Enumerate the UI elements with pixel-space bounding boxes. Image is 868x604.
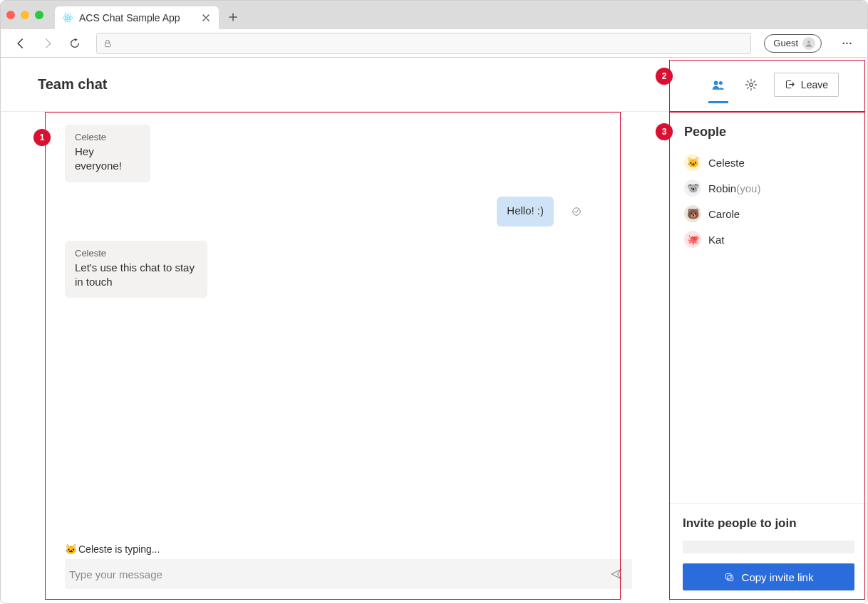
svg-point-0 xyxy=(67,17,69,19)
message-bubble-outgoing: Hello! :) xyxy=(497,197,554,226)
person-row[interactable]: 🐙Kat xyxy=(683,226,854,252)
refresh-button[interactable] xyxy=(66,35,83,52)
message-text: Hello! :) xyxy=(507,204,544,218)
sidebar-body: People 🐱Celeste🐨Robin(you)🐻Carole🐙Kat xyxy=(670,112,867,503)
you-suffix: (you) xyxy=(736,182,760,194)
settings-tab-button[interactable] xyxy=(741,72,761,98)
lock-icon xyxy=(103,38,113,48)
person-avatar-icon: 🐱 xyxy=(684,154,701,171)
typing-indicator: 🐱 Celeste is typing... xyxy=(65,543,632,555)
people-tab-button[interactable] xyxy=(708,72,728,98)
message-text: Hey everyone! xyxy=(75,145,140,174)
person-name: Carole xyxy=(708,208,740,220)
copy-invite-link-label: Copy invite link xyxy=(742,571,814,583)
profile-button[interactable]: Guest xyxy=(764,34,822,53)
url-field[interactable] xyxy=(96,33,751,54)
person-row[interactable]: 🐻Carole xyxy=(683,201,854,226)
people-sidebar: People 🐱Celeste🐨Robin(you)🐻Carole🐙Kat In… xyxy=(669,112,867,603)
message-row: Hello! :) xyxy=(65,197,632,226)
people-list: 🐱Celeste🐨Robin(you)🐻Carole🐙Kat xyxy=(683,150,854,252)
message-input[interactable] xyxy=(69,568,608,580)
app-header: Team chat Leave xyxy=(1,58,867,112)
tab-close-icon[interactable] xyxy=(200,12,212,24)
callout-1: 1 xyxy=(33,129,51,146)
react-favicon-icon xyxy=(62,12,73,24)
address-bar: Guest ··· xyxy=(1,29,867,58)
main-content: 🐱 Celeste Hey everyone! Hello! :) xyxy=(1,112,867,603)
callout-2: 2 xyxy=(656,68,673,85)
svg-point-8 xyxy=(750,83,753,86)
message-row: 🐱 Celeste Let's use this chat to stay in… xyxy=(65,241,632,298)
new-tab-button[interactable] xyxy=(223,7,243,27)
message-bubble-incoming: Celeste Let's use this chat to stay in t… xyxy=(65,241,207,298)
tab-title: ACS Chat Sample App xyxy=(79,12,195,24)
window-minimize-icon[interactable] xyxy=(21,11,29,19)
svg-rect-11 xyxy=(725,573,731,579)
svg-rect-10 xyxy=(728,576,733,581)
message-bubble-incoming: Celeste Hey everyone! xyxy=(65,125,150,182)
forward-button[interactable] xyxy=(39,35,56,52)
svg-point-9 xyxy=(573,207,581,215)
window-controls xyxy=(6,11,43,19)
person-name: Kat xyxy=(708,234,725,246)
app-root: 1 2 3 Team chat Leave xyxy=(1,58,867,603)
more-menu-button[interactable]: ··· xyxy=(839,35,856,52)
leave-button[interactable]: Leave xyxy=(774,73,839,97)
window-zoom-icon[interactable] xyxy=(35,11,43,19)
person-name: Celeste xyxy=(708,157,745,169)
message-sender: Celeste xyxy=(75,248,197,259)
svg-point-5 xyxy=(807,41,810,43)
message-row: 🐱 Celeste Hey everyone! xyxy=(65,125,632,182)
send-button[interactable] xyxy=(608,566,625,583)
user-avatar-icon xyxy=(802,37,815,50)
message-sender: Celeste xyxy=(75,132,140,142)
browser-tab[interactable]: ACS Chat Sample App xyxy=(55,6,219,29)
message-composer xyxy=(65,559,632,589)
copy-invite-link-button[interactable]: Copy invite link xyxy=(683,563,854,590)
copy-icon xyxy=(724,572,735,583)
header-actions: Leave xyxy=(708,72,839,98)
guest-label: Guest xyxy=(773,38,798,48)
page-title: Team chat xyxy=(38,76,107,93)
message-list: 🐱 Celeste Hey everyone! Hello! :) xyxy=(65,125,632,543)
leave-button-label: Leave xyxy=(801,79,828,90)
chat-area: 🐱 Celeste Hey everyone! Hello! :) xyxy=(1,112,669,603)
svg-rect-4 xyxy=(105,43,110,46)
person-name: Robin(you) xyxy=(708,182,760,194)
person-avatar-icon: 🐻 xyxy=(684,205,701,222)
person-row[interactable]: 🐱Celeste xyxy=(683,150,854,175)
invite-heading: Invite people to join xyxy=(683,516,854,531)
leave-icon xyxy=(785,79,795,90)
svg-point-7 xyxy=(719,81,723,85)
callout-3: 3 xyxy=(656,123,673,140)
window-close-icon[interactable] xyxy=(6,11,15,19)
person-avatar-icon: 🐨 xyxy=(684,179,701,197)
person-avatar-icon: 🐙 xyxy=(684,231,701,248)
person-row[interactable]: 🐨Robin(you) xyxy=(683,175,854,201)
typing-avatar-icon: 🐱 xyxy=(65,543,77,555)
tab-bar: ACS Chat Sample App xyxy=(1,1,867,29)
back-button[interactable] xyxy=(12,35,29,52)
message-text: Let's use this chat to stay in touch xyxy=(75,261,197,290)
browser-window: ACS Chat Sample App Guest xyxy=(0,0,868,604)
invite-section: Invite people to join Copy invite link xyxy=(670,503,867,603)
typing-text: Celeste is typing... xyxy=(78,543,160,555)
people-heading: People xyxy=(684,125,854,140)
message-status-icon xyxy=(571,206,582,217)
svg-point-6 xyxy=(714,80,718,85)
invite-link-field[interactable] xyxy=(683,541,854,553)
